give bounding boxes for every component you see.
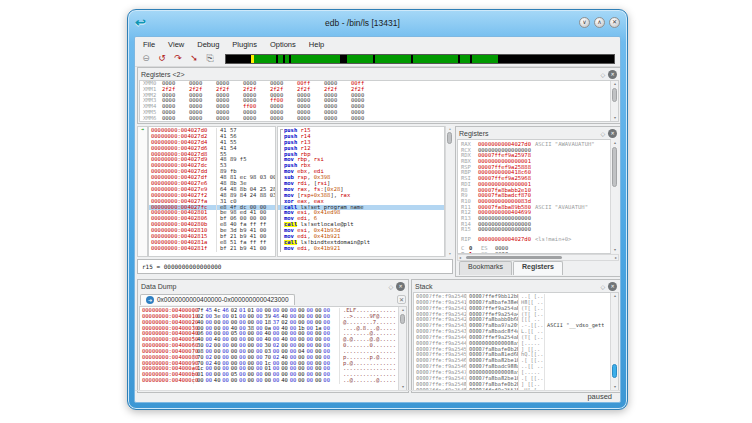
dump-tab[interactable]: ➜ 0x0000000000400000-0x0000000000423000 — [140, 294, 295, 305]
memory-map-bar[interactable] — [225, 54, 615, 64]
run-until-return-icon[interactable]: ⎘ — [203, 52, 217, 65]
register-rows: RAX00000000004027d0ASCII "AWAVAUATUH"RCX… — [458, 140, 610, 243]
flag-rows: C0ES0000P1CS0033A0SS002bZ1DS0000S0FS0000 — [458, 246, 610, 254]
window-buttons: ∨∧✕ — [579, 17, 620, 28]
dump-row[interactable]: 00000000:004000c000004000000000000000400… — [140, 378, 406, 384]
menu-item-plugins[interactable]: Plugins — [232, 40, 257, 49]
scroll-down-icon[interactable]: ▾ — [611, 247, 619, 253]
scroll-down-icon[interactable]: ▾ — [611, 115, 619, 121]
menu-item-view[interactable]: View — [168, 40, 184, 49]
panel-data-dump-header: Data Dump ◇ ✕ — [138, 280, 408, 292]
toolbar-icons: ⊖↺↷➘⎘ — [139, 52, 219, 65]
step-into-icon[interactable]: ➘ — [187, 52, 201, 65]
register-value: 0000000000000000 — [478, 226, 531, 232]
float-icon[interactable]: ◇ — [600, 71, 605, 78]
menu-item-debug[interactable]: Debug — [197, 40, 219, 49]
dump-bytes: 00004000000000000000400000000000 — [194, 378, 340, 384]
float-icon[interactable]: ◇ — [388, 283, 393, 290]
disasm-address-rows: 00000000:004027d041 5700000000:004027d24… — [148, 126, 276, 257]
instruction-bytes: e8 40 fa ff ff — [217, 222, 266, 227]
close-icon[interactable]: ✕ — [608, 282, 617, 291]
gutter-cell[interactable] — [138, 245, 147, 251]
pause-icon[interactable]: ⊖ — [139, 52, 153, 65]
dump-tab-icon: ➜ — [146, 296, 154, 304]
close-icon[interactable]: ✕ — [608, 129, 617, 138]
dump-ascii: ..@.......@..... — [340, 378, 396, 384]
menu-item-options[interactable]: Options — [270, 40, 296, 49]
function-bracket — [280, 129, 281, 252]
registers-hscrollbar[interactable]: ◂ ▸ — [457, 254, 619, 261]
scroll-down-icon[interactable]: ▾ — [446, 251, 454, 257]
instruction-bytes: 41 55 — [217, 140, 237, 145]
instruction-bytes: 48 8b 3e — [217, 181, 247, 186]
register-row[interactable]: RIP00000000004027d0<ls!main+0> — [458, 237, 610, 243]
app-icon: ↩ — [135, 16, 146, 29]
panel-registers-2-header: Registers <2> ◇ ✕ — [138, 68, 620, 80]
tab-bookmarks[interactable]: Bookmarks — [459, 261, 512, 275]
stack-rows: 00007ffe:f9a2540800007ffef9bb12b0..[ [..… — [413, 292, 619, 391]
menu-item-file[interactable]: File — [143, 40, 155, 49]
dump-scrollbar[interactable]: ▴ ▾ — [398, 307, 406, 390]
panel-title: Stack — [415, 283, 597, 290]
close-button[interactable]: ✕ — [609, 17, 620, 28]
scroll-up-icon[interactable]: ▴ — [611, 140, 619, 146]
client-area: FileViewDebugPluginsOptionsHelp ⊖↺↷➘⎘ Re… — [134, 36, 621, 403]
scroll-up-icon[interactable]: ▴ — [611, 81, 619, 87]
float-icon[interactable]: ◇ — [600, 283, 605, 290]
scroll-up-icon[interactable]: ▴ — [611, 293, 619, 299]
instruction-bytes: 41 56 — [217, 134, 237, 139]
panel-stack-header: Stack ◇ ✕ — [412, 280, 620, 292]
status-label: paused — [587, 392, 612, 401]
close-icon[interactable]: ✕ — [396, 282, 405, 291]
instruction-bytes: 89 fb — [217, 169, 237, 174]
instruction-bytes: bf 21 b9 41 00 — [217, 246, 266, 251]
panel-data-dump: Data Dump ◇ ✕ ➜ 0x0000000000400000-0x000… — [137, 279, 409, 393]
status-bar: paused — [135, 390, 620, 402]
dump-tab-bar: ➜ 0x0000000000400000-0x0000000000423000 … — [140, 292, 406, 306]
instruction-bytes: bf 21 b9 41 00 — [217, 234, 266, 239]
instruction-bytes: be 98 ed 41 00 — [217, 210, 266, 215]
instruction-bytes: 48 81 ec 98 03 00 00 — [217, 175, 275, 180]
float-icon[interactable]: ◇ — [600, 130, 605, 137]
instruction-bytes: 31 c0 — [217, 199, 237, 204]
maximize-button[interactable]: ∧ — [594, 17, 605, 28]
disassembly-view: ➜ 00000000:004027d041 5700000000:004027d… — [137, 126, 453, 257]
registers-scrollbar[interactable]: ▴ ▾ — [610, 140, 618, 253]
panel-stack: Stack ◇ ✕ 00007ffe:f9a2540800007ffef9bb1… — [411, 279, 621, 393]
edb-window: ↩ edb - /bin/ls [13431] ∨∧✕ FileViewDebu… — [127, 9, 628, 410]
instruction-bytes: e8 51 fa ff ff — [217, 240, 266, 245]
scroll-up-icon[interactable]: ▴ — [399, 307, 407, 313]
dump-rows: 00000000:004000007f454c46020101000000000… — [139, 306, 407, 391]
dump-tab-close-icon[interactable]: ✕ — [397, 295, 406, 304]
toolbar: ⊖↺↷➘⎘ — [135, 51, 620, 67]
step-over-icon[interactable]: ↷ — [171, 52, 185, 65]
close-icon[interactable]: ✕ — [608, 70, 617, 79]
panel-title: Registers — [459, 130, 597, 137]
register-preview: r15 = 0000000000000000 — [137, 259, 453, 274]
restart-icon[interactable]: ↺ — [155, 52, 169, 65]
stack-scrollbar[interactable]: ▴ ▾ — [610, 293, 618, 390]
register-row[interactable]: R150000000000000000 — [458, 227, 610, 233]
minimize-button[interactable]: ∨ — [579, 17, 590, 28]
panel-registers: Registers ◇ ✕ RAX00000000004027d0ASCII "… — [455, 126, 621, 277]
registers-dock-tabs: BookmarksRegisters — [457, 261, 563, 275]
instruction-bytes: be 3d b9 41 00 — [217, 228, 266, 233]
register-note: <ls!main+0> — [535, 236, 571, 242]
window-title: edb - /bin/ls [13431] — [146, 18, 579, 28]
xmm-scrollbar[interactable]: ▴ ▾ — [610, 81, 618, 121]
menu-item-help[interactable]: Help — [309, 40, 324, 49]
instruction-bytes: 41 54 — [217, 146, 237, 151]
scroll-right-icon[interactable]: ▸ — [615, 255, 617, 261]
disasm-address-row[interactable]: 00000000:0040281fbf 21 b9 41 00 — [149, 246, 275, 252]
tab-registers[interactable]: Registers — [513, 261, 563, 275]
disasm-instruction-rows: push r15push r14push r13push r12push rbp… — [277, 126, 445, 257]
instruction-bytes: 53 — [217, 163, 227, 168]
register-note: ASCII "AVAUATUH" — [535, 204, 588, 210]
instruction-bytes: 64 48 8b 04 25 28 00 00 00 — [217, 187, 275, 192]
titlebar[interactable]: ↩ edb - /bin/ls [13431] ∨∧✕ — [128, 10, 627, 35]
disasm-instruction-row[interactable]: mov edi, 0x41b921 — [278, 246, 444, 252]
disasm-scrollbar[interactable]: ▴ ▾ — [445, 126, 453, 257]
panel-title: Registers <2> — [141, 71, 597, 78]
panel-registers-2: Registers <2> ◇ ✕ XMM0000000000000000000… — [137, 67, 621, 124]
register-name: R15 — [461, 227, 478, 233]
